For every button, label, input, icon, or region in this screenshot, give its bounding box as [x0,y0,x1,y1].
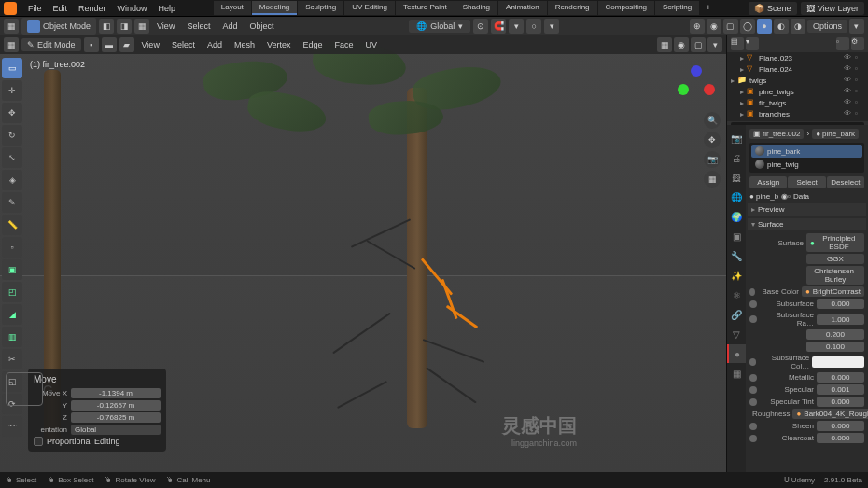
render-icon[interactable]: ▫ [855,76,864,85]
vp-uv[interactable]: UV [361,40,383,49]
render-icon[interactable]: ▫ [855,87,864,96]
tool-cursor[interactable]: ✛ [2,80,22,101]
outliner-item[interactable]: ▸▣pine_twigs👁▫ [727,86,868,97]
viewlayer-selector[interactable]: 🖼 View Layer [801,2,864,15]
btn1[interactable]: ◧ [99,19,114,34]
axis-y-icon[interactable] [678,84,689,95]
shade-render[interactable]: ◑ [791,19,805,34]
pivot-button[interactable]: ⊙ [473,19,488,34]
vp-select[interactable]: Select [167,40,200,49]
ws-add-button[interactable]: + [700,1,716,15]
link-dot-icon[interactable] [749,358,756,366]
proportional-checkbox[interactable]: Proportional Editing [34,437,161,446]
btn3[interactable]: ▦ [134,19,149,34]
outliner-filter-icon[interactable]: ▾ [746,37,759,50]
outliner-item[interactable]: ▸▣branches👁▫ [727,108,868,119]
shading-dd[interactable]: ▾ [707,37,722,52]
ws-render[interactable]: Rendering [548,1,597,15]
ws-sculpting[interactable]: Sculpting [298,1,343,15]
move-z-value[interactable]: -0.76825 m [71,412,161,423]
tool-extrude[interactable]: ▣ [2,259,22,280]
tool-smooth[interactable]: 〰 [2,416,22,437]
move-x-value[interactable]: -1.1394 m [71,388,161,398]
roughness-value[interactable]: ●Bark004_4K_Roughne… [792,409,868,419]
tool-transform[interactable]: ◈ [2,170,22,190]
snap-type[interactable]: ▾ [509,19,524,34]
eye-icon[interactable]: 👁 [844,53,853,63]
link-dot-icon[interactable] [749,315,757,323]
tool-knife[interactable]: ✂ [2,349,22,369]
menu-edit[interactable]: Edit [48,4,74,13]
outliner-item[interactable]: ▸▣fir_twigs👁▫ [727,97,868,108]
snap-button[interactable]: 🧲 [491,19,506,34]
ptab-render[interactable]: 📷 [727,129,746,147]
select-menu[interactable]: Select [182,21,215,31]
deselect-button[interactable]: Deselect [827,176,864,188]
ptab-scene[interactable]: 🌐 [727,188,746,206]
shade-matprev[interactable]: ◐ [774,19,789,34]
link-dot-icon[interactable] [749,398,757,406]
preview-panel-header[interactable]: ▸Preview [748,203,866,216]
ptab-world[interactable]: 🌍 [727,207,746,226]
vp-face[interactable]: Face [329,40,357,49]
outliner-type-icon[interactable]: ▤ [731,37,744,50]
ptab-output[interactable]: 🖨 [727,148,746,167]
subradius-1[interactable]: 1.000 [817,314,864,325]
tool-scale[interactable]: ⤡ [2,147,22,168]
chevron-down-icon[interactable]: ▾ [849,19,864,34]
material-name-field[interactable]: ● pine_b [749,192,778,201]
ptab-mesh[interactable]: ▽ [727,325,746,343]
outliner-item[interactable]: ▸▽Plane.024👁▫ [727,63,868,75]
ws-comp[interactable]: Compositing [598,1,654,15]
vp-view[interactable]: View [137,40,164,49]
disclosure-icon[interactable]: ▸ [740,99,744,107]
overlay-button[interactable]: ◉ [707,19,721,34]
material-slot[interactable]: pine_twig [751,158,862,171]
ws-anim[interactable]: Animation [498,1,547,15]
gizmo-button[interactable]: ⊕ [690,19,705,34]
vp-mode-select[interactable]: ✎ Edit Mode [21,38,81,51]
options-dropdown[interactable]: Options [807,20,847,33]
btn2[interactable]: ◨ [117,19,132,34]
ptab-texture[interactable]: ▦ [727,364,746,383]
render-icon[interactable]: ▫ [855,109,864,119]
eye-icon[interactable]: 👁 [844,109,853,119]
ptab-physics[interactable]: ⚛ [727,286,746,304]
tool-addcube[interactable]: ▫ [2,237,22,258]
viewport-3d[interactable]: ▦ ✎ Edit Mode ▪ ▬ ▰ View Select Add Mesh… [0,35,726,472]
disclosure-icon[interactable]: ▸ [740,54,744,63]
ptab-modifier[interactable]: 🔧 [727,246,746,265]
ptab-viewlayer[interactable]: 🖼 [727,168,746,187]
mesh-display[interactable]: ▦ [657,37,672,52]
basecolor-value[interactable]: ●BrightContrast [802,286,864,297]
tool-rotate[interactable]: ↻ [2,125,22,146]
ptab-particle[interactable]: ✨ [727,266,746,285]
axis-x-icon[interactable] [704,84,715,95]
ws-script[interactable]: Scripting [655,1,699,15]
face-select[interactable]: ▰ [119,37,134,52]
vp-mesh[interactable]: Mesh [230,40,259,49]
spectint-value[interactable]: 0.000 [817,397,864,407]
edge-select[interactable]: ▬ [102,37,117,52]
xray-button[interactable]: ▢ [723,19,738,34]
eye-icon[interactable]: 👁 [844,64,853,74]
select-button[interactable]: Select [788,176,825,188]
assign-button[interactable]: Assign [749,176,787,188]
nav-gizmo[interactable] [674,62,719,106]
scene-selector[interactable]: 📦 Scene [749,2,797,15]
link-dot-icon[interactable] [749,435,757,442]
view-menu[interactable]: View [152,21,179,31]
specular-value[interactable]: 0.001 [817,384,864,395]
ws-modeling[interactable]: Modeling [252,1,297,15]
tool-move[interactable]: ✥ [2,103,22,123]
render-icon[interactable]: ▫ [855,64,864,74]
tool-bevel[interactable]: ◢ [2,304,22,325]
add-menu[interactable]: Add [217,21,242,31]
tool-measure[interactable]: 📏 [2,215,22,235]
pan-button[interactable]: ✥ [704,132,721,148]
nodes-toggle[interactable]: ◉▫ [781,192,791,201]
menu-file[interactable]: File [22,4,48,13]
tool-loopcut[interactable]: ▥ [2,327,22,347]
menu-help[interactable]: Help [153,4,182,13]
render-icon[interactable]: ▫ [855,98,864,107]
